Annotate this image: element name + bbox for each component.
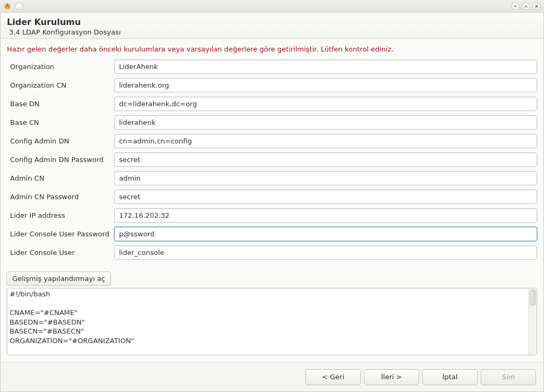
window: Lider Kurulumu 3.4 LDAP Konfigurasyon Do… [0,13,544,392]
back-button[interactable]: < Geri [305,369,361,385]
row-admin-cn: Admin CN [10,170,537,186]
label-config-admin-dn-password: Config Admin DN Password [10,156,114,164]
input-config-admin-dn-password[interactable] [114,152,537,167]
ldap-form: Organization Organization CN Base DN Bas… [10,58,537,261]
titlebar-left [3,2,23,11]
label-base-cn: Base CN [10,118,114,126]
page-subtitle: 3.4 LDAP Konfigurasyon Dosyası [9,28,537,36]
notice-text: Hazır gelen değerler daha önceki kurulum… [7,45,537,53]
input-lider-ip[interactable] [114,208,537,223]
minimize-button[interactable] [511,2,520,11]
input-organization[interactable] [114,59,537,74]
label-lider-console-user: Lider Console User [10,249,114,257]
row-base-dn: Base DN [10,96,537,112]
row-admin-cn-password: Admin CN Password [10,189,537,205]
wizard-header: Lider Kurulumu 3.4 LDAP Konfigurasyon Do… [1,13,543,39]
row-config-admin-dn-password: Config Admin DN Password [10,151,537,168]
input-admin-cn-password[interactable] [114,190,537,204]
label-base-dn: Base DN [10,100,114,108]
row-organization-cn: Organization CN [10,77,537,93]
row-lider-console-password: Lider Console User Password [10,226,537,242]
wizard-content: Hazır gelen değerler daha önceki kurulum… [1,39,543,362]
label-organization: Organization [10,63,114,71]
app-icon [3,2,12,11]
input-organization-cn[interactable] [114,78,537,92]
label-organization-cn: Organization CN [10,81,114,89]
scrollbar-thumb[interactable] [530,289,536,305]
label-admin-cn-password: Admin CN Password [10,193,114,201]
label-lider-console-password: Lider Console User Password [10,230,114,238]
input-lider-console-user[interactable] [114,245,537,260]
next-button[interactable]: İleri > [364,369,419,385]
label-lider-ip: Lider IP address [10,211,114,219]
titlebar-right [511,2,541,11]
script-textarea[interactable] [7,288,528,355]
script-preview [7,288,537,355]
maximize-button[interactable] [522,2,530,11]
input-base-cn[interactable] [114,115,537,130]
input-admin-cn[interactable] [114,171,537,185]
row-organization: Organization [10,58,537,75]
row-config-admin-dn: Config Admin DN [10,133,537,149]
close-button[interactable] [532,2,541,11]
cancel-button[interactable]: İptal [422,369,478,385]
titlebar-blank-icon [15,2,23,11]
input-config-admin-dn[interactable] [114,134,537,148]
input-base-dn[interactable] [114,97,537,111]
scrollbar[interactable] [528,288,537,355]
row-base-cn: Base CN [10,114,537,131]
input-lider-console-password[interactable] [114,227,537,241]
window-titlebar [0,0,544,13]
wizard-footer: < Geri İleri > İptal Son [1,362,543,391]
page-title: Lider Kurulumu [7,17,537,27]
row-lider-ip: Lider IP address [10,207,537,224]
row-lider-console-user: Lider Console User [10,244,537,261]
finish-button: Son [481,369,536,385]
advanced-config-button[interactable]: Gelişmiş yapılandırmayı aç [6,271,111,286]
label-config-admin-dn: Config Admin DN [10,137,114,145]
label-admin-cn: Admin CN [10,174,114,182]
